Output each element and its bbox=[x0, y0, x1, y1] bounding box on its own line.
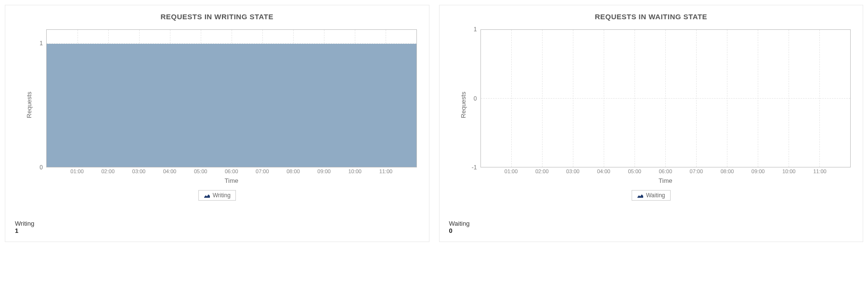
grid-line bbox=[573, 30, 573, 167]
x-tick: 10:00 bbox=[782, 168, 796, 174]
x-tick: 04:00 bbox=[597, 168, 610, 174]
x-tick: 08:00 bbox=[286, 168, 300, 174]
grid-line bbox=[604, 30, 604, 167]
panel-writing: REQUESTS IN WRITING STATE Requests 0 1 0… bbox=[5, 5, 429, 242]
x-ticks: 01:00 02:00 03:00 04:00 05:00 06:00 07:0… bbox=[480, 168, 851, 176]
plot-area bbox=[480, 29, 851, 167]
summary: Writing 1 bbox=[15, 220, 419, 234]
chart-title: REQUESTS IN WAITING STATE bbox=[449, 13, 854, 21]
legend-label: Waiting bbox=[646, 192, 665, 199]
y-ticks: -1 0 1 bbox=[468, 29, 479, 167]
x-tick: 08:00 bbox=[721, 168, 734, 174]
x-tick: 07:00 bbox=[690, 168, 703, 174]
y-axis-label: Requests bbox=[26, 92, 33, 118]
y-tick: 0 bbox=[39, 164, 43, 171]
y-tick: 1 bbox=[474, 26, 477, 33]
x-tick: 07:00 bbox=[256, 168, 269, 174]
chart-title: REQUESTS IN WRITING STATE bbox=[15, 13, 419, 21]
grid-line bbox=[635, 30, 635, 167]
x-tick: 09:00 bbox=[751, 168, 765, 174]
x-tick: 11:00 bbox=[813, 168, 827, 174]
x-ticks: 01:00 02:00 03:00 04:00 05:00 06:00 07:0… bbox=[46, 168, 417, 176]
x-tick: 01:00 bbox=[505, 168, 518, 174]
grid-line bbox=[511, 30, 512, 167]
y-tick: 0 bbox=[474, 95, 477, 102]
legend-label: Writing bbox=[213, 192, 231, 199]
x-tick: 09:00 bbox=[317, 168, 331, 174]
x-tick: 06:00 bbox=[225, 168, 238, 174]
x-tick: 02:00 bbox=[535, 168, 549, 174]
summary-label: Waiting bbox=[449, 220, 854, 227]
grid-line bbox=[542, 30, 543, 167]
summary-label: Writing bbox=[15, 220, 419, 227]
area-icon bbox=[204, 193, 210, 198]
grid-line bbox=[696, 30, 697, 167]
summary-value: 1 bbox=[15, 227, 419, 234]
x-tick: 01:00 bbox=[70, 168, 84, 174]
x-tick: 10:00 bbox=[348, 168, 362, 174]
legend-item[interactable]: Writing bbox=[198, 190, 236, 201]
y-tick: -1 bbox=[472, 164, 477, 171]
x-tick: 11:00 bbox=[379, 168, 393, 174]
grid-line bbox=[819, 30, 820, 167]
x-axis-label: Time bbox=[46, 177, 417, 184]
x-axis-label: Time bbox=[480, 177, 851, 184]
panel-waiting: REQUESTS IN WAITING STATE Requests -1 0 … bbox=[439, 5, 864, 242]
area-fill-writing bbox=[47, 44, 416, 167]
x-tick: 05:00 bbox=[194, 168, 207, 174]
chart-area: Requests 0 1 01:00 02:00 03:00 04:00 05:… bbox=[34, 26, 419, 184]
x-tick: 04:00 bbox=[163, 168, 177, 174]
y-ticks: 0 1 bbox=[34, 29, 45, 167]
summary: Waiting 0 bbox=[449, 220, 854, 234]
x-tick: 02:00 bbox=[102, 168, 115, 174]
legend: Writing bbox=[15, 190, 419, 201]
y-axis-label: Requests bbox=[459, 92, 466, 118]
grid-line bbox=[789, 30, 789, 167]
chart-area: Requests -1 0 1 01:00 02:00 03:00 04:00 … bbox=[468, 26, 854, 184]
x-tick: 03:00 bbox=[566, 168, 580, 174]
grid-line bbox=[665, 30, 666, 167]
x-tick: 06:00 bbox=[659, 168, 672, 174]
plot-area bbox=[46, 29, 417, 167]
x-tick: 05:00 bbox=[628, 168, 641, 174]
grid-line bbox=[758, 30, 758, 167]
area-icon bbox=[637, 193, 644, 198]
y-tick: 1 bbox=[39, 40, 43, 47]
summary-value: 0 bbox=[449, 227, 854, 234]
legend-item[interactable]: Waiting bbox=[632, 190, 671, 201]
x-tick: 03:00 bbox=[132, 168, 146, 174]
grid-line bbox=[727, 30, 727, 167]
legend: Waiting bbox=[449, 190, 854, 201]
